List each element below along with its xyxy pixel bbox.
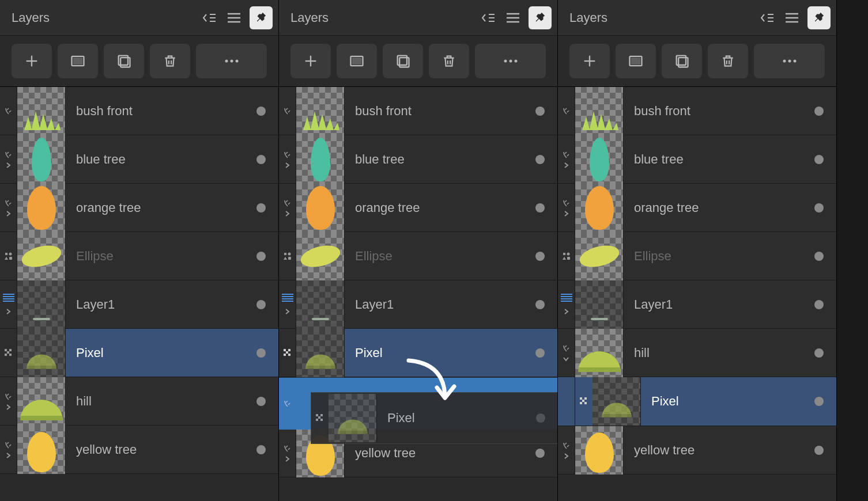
expand-icon[interactable] <box>5 307 13 315</box>
visibility-toggle[interactable] <box>256 252 266 261</box>
collapse-icon[interactable] <box>563 354 571 362</box>
add-button[interactable] <box>569 44 610 78</box>
expand-icon[interactable] <box>5 451 13 459</box>
menu-icon[interactable] <box>782 8 802 28</box>
layer-handle[interactable] <box>558 280 575 328</box>
layer-handle[interactable] <box>279 87 296 135</box>
layer-row-yellow-tree[interactable]: yellow tree <box>558 426 836 475</box>
layer-handle[interactable] <box>279 184 296 231</box>
layer-row-layer1[interactable]: Layer1 <box>0 280 278 329</box>
layer-handle[interactable] <box>0 232 17 280</box>
layer-row-ellipse[interactable]: Ellipse <box>558 232 836 280</box>
visibility-toggle[interactable] <box>256 397 266 406</box>
folder-button[interactable] <box>383 44 423 78</box>
expand-icon[interactable] <box>284 209 292 217</box>
layer-row-bush-front[interactable]: bush front <box>558 87 836 135</box>
layer-row-bush-front[interactable]: bush front <box>279 87 557 135</box>
more-button[interactable] <box>754 44 825 78</box>
pin-button[interactable] <box>529 6 552 29</box>
visibility-toggle[interactable] <box>535 107 545 116</box>
visibility-toggle[interactable] <box>535 155 545 164</box>
dragging-layer-ghost[interactable]: Pixel <box>311 392 557 444</box>
collapse-icon[interactable] <box>199 8 218 28</box>
add-button[interactable] <box>12 44 52 78</box>
layer-row-yellow-tree[interactable]: yellow tree <box>0 426 278 474</box>
layer-row-ellipse[interactable]: Ellipse <box>0 232 278 280</box>
layer-row-pixel-nested[interactable]: Pixel <box>575 377 836 426</box>
more-button[interactable] <box>196 44 267 78</box>
folder-button[interactable] <box>104 44 144 78</box>
layer-row-blue-tree[interactable]: blue tree <box>0 135 278 184</box>
layer-handle[interactable] <box>558 135 575 183</box>
pin-button[interactable] <box>250 6 273 29</box>
layer-handle[interactable] <box>558 426 575 474</box>
collapse-icon[interactable] <box>478 8 497 28</box>
visibility-toggle[interactable] <box>535 449 545 458</box>
pin-button[interactable] <box>807 6 831 29</box>
visibility-toggle[interactable] <box>535 300 545 309</box>
layer-handle[interactable] <box>0 377 17 425</box>
layer-handle[interactable] <box>279 429 296 477</box>
visibility-toggle[interactable] <box>814 252 824 261</box>
mask-button[interactable] <box>337 44 377 78</box>
visibility-toggle[interactable] <box>256 155 266 164</box>
visibility-toggle[interactable] <box>814 155 824 164</box>
layer-row-orange-tree[interactable]: orange tree <box>279 184 557 232</box>
layer-row-layer1[interactable]: Layer1 <box>279 280 557 329</box>
layer-handle[interactable] <box>279 135 296 183</box>
expand-icon[interactable] <box>563 451 571 460</box>
layer-handle[interactable] <box>0 280 17 328</box>
visibility-toggle[interactable] <box>256 348 266 358</box>
mask-button[interactable] <box>616 44 656 78</box>
visibility-toggle[interactable] <box>814 107 824 116</box>
expand-icon[interactable] <box>284 307 292 315</box>
collapse-icon[interactable] <box>757 8 776 28</box>
layer-row-orange-tree[interactable]: orange tree <box>558 184 836 232</box>
layer-row-ellipse[interactable]: Ellipse <box>279 232 557 280</box>
expand-icon[interactable] <box>284 161 292 169</box>
visibility-toggle[interactable] <box>535 348 545 358</box>
layer-row-blue-tree[interactable]: blue tree <box>279 135 557 184</box>
layer-handle[interactable] <box>0 329 17 377</box>
delete-button[interactable] <box>429 44 469 78</box>
layer-handle[interactable] <box>558 329 575 377</box>
visibility-toggle[interactable] <box>256 107 266 116</box>
mask-button[interactable] <box>58 44 98 78</box>
layer-handle[interactable] <box>279 329 296 377</box>
visibility-toggle[interactable] <box>814 397 824 406</box>
visibility-toggle[interactable] <box>814 203 824 212</box>
expand-icon[interactable] <box>284 454 292 462</box>
expand-icon[interactable] <box>563 307 571 315</box>
layer-row-hill[interactable]: hill <box>558 329 836 377</box>
layer-row-orange-tree[interactable]: orange tree <box>0 184 278 232</box>
folder-button[interactable] <box>662 44 702 78</box>
layer-row-layer1[interactable]: Layer1 <box>558 280 836 329</box>
visibility-toggle[interactable] <box>256 445 266 454</box>
layer-row-hill[interactable]: hill <box>0 377 278 426</box>
layer-handle[interactable] <box>0 87 17 135</box>
expand-icon[interactable] <box>5 161 13 169</box>
visibility-toggle[interactable] <box>256 203 266 212</box>
delete-button[interactable] <box>708 44 748 78</box>
expand-icon[interactable] <box>5 403 13 411</box>
layer-handle[interactable] <box>0 135 17 183</box>
visibility-toggle[interactable] <box>814 348 824 358</box>
delete-button[interactable] <box>150 44 190 78</box>
layer-handle[interactable] <box>279 280 296 328</box>
visibility-toggle[interactable] <box>535 203 545 212</box>
layer-handle[interactable] <box>0 184 17 231</box>
menu-icon[interactable] <box>503 8 523 28</box>
expand-icon[interactable] <box>563 209 571 217</box>
visibility-toggle[interactable] <box>535 252 545 261</box>
layer-row-pixel[interactable]: Pixel <box>279 329 557 377</box>
layer-handle[interactable] <box>279 232 296 280</box>
expand-icon[interactable] <box>5 209 13 217</box>
expand-icon[interactable] <box>563 161 571 169</box>
layer-row-pixel[interactable]: Pixel <box>0 329 278 377</box>
more-button[interactable] <box>475 44 546 78</box>
add-button[interactable] <box>290 44 331 78</box>
layer-row-blue-tree[interactable]: blue tree <box>558 135 836 184</box>
layer-handle[interactable] <box>558 184 575 231</box>
layer-row-bush-front[interactable]: bush front <box>0 87 278 135</box>
layer-handle[interactable] <box>558 87 575 135</box>
